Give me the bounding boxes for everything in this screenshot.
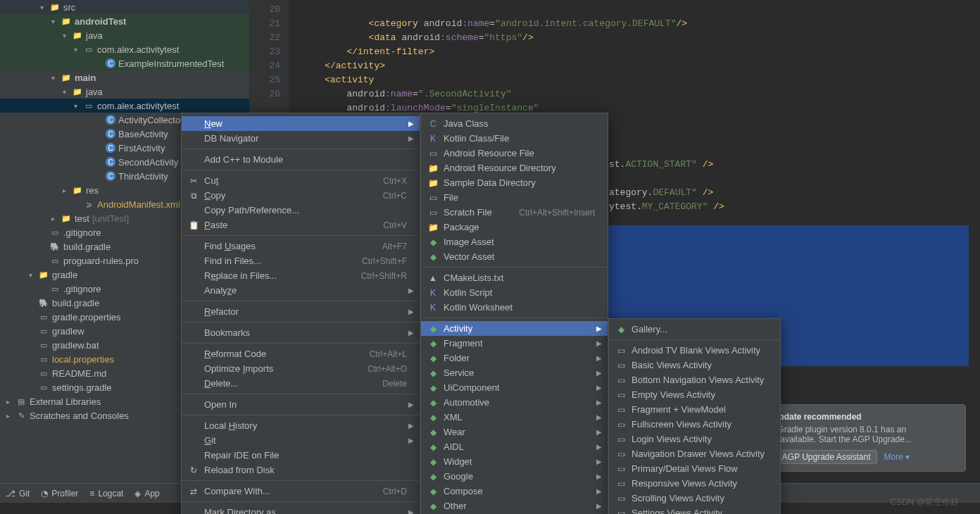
context-menu-activity[interactable]: ◆Gallery...▭Android TV Blank Views Activ… <box>608 318 781 514</box>
menu-item[interactable]: Optimize ImportsCtrl+Alt+O <box>182 361 420 376</box>
menu-item[interactable]: Git▶ <box>182 433 420 448</box>
tree-expand-arrow[interactable]: ▾ <box>25 271 35 279</box>
tree-expand-arrow[interactable]: ▾ <box>59 88 69 96</box>
tree-expand-arrow[interactable]: ▾ <box>70 46 80 54</box>
menu-item[interactable]: ▭Android Resource File <box>421 146 608 161</box>
menu-item[interactable]: Reformat CodeCtrl+Alt+L <box>182 346 420 361</box>
menu-item[interactable]: ▭Basic Views Activity <box>609 358 780 372</box>
class-icon: C <box>106 115 115 125</box>
menu-item[interactable]: ◆XML▶ <box>421 410 608 425</box>
menu-item[interactable]: ▭Login Views Activity <box>609 432 780 446</box>
tree-expand-arrow[interactable]: ▾ <box>37 4 46 11</box>
tree-row[interactable]: ▾📁androidTest <box>0 14 249 28</box>
menu-item[interactable]: ⧉CopyCtrl+C <box>182 188 420 203</box>
menu-item[interactable]: Replace in Files...Ctrl+Shift+R <box>182 268 420 283</box>
menu-item[interactable]: New▶ <box>182 116 420 131</box>
tree-expand-arrow[interactable]: ▾ <box>48 74 58 82</box>
tree-row[interactable]: ▾📁src <box>0 0 249 14</box>
bottom-app[interactable]: ◈App <box>134 489 159 499</box>
submenu-arrow-icon: ▶ <box>408 508 414 514</box>
menu-item[interactable]: Repair IDE on File <box>182 448 420 463</box>
tree-expand-arrow[interactable]: ▸ <box>48 215 58 222</box>
menu-item[interactable]: Local History▶ <box>182 418 420 433</box>
menu-item[interactable]: Copy Path/Reference... <box>182 203 420 218</box>
tree-expand-arrow[interactable]: ▾ <box>48 18 58 25</box>
menu-item-label: Copy <box>204 190 369 201</box>
tree-expand-arrow[interactable]: ▸ <box>3 412 13 420</box>
menu-item-icon: ▭ <box>615 464 627 474</box>
menu-item[interactable]: Find in Files...Ctrl+Shift+F <box>182 253 420 268</box>
menu-item[interactable]: 📁Android Resource Directory <box>421 161 608 175</box>
menu-item[interactable]: ◆Wear▶ <box>421 425 608 439</box>
menu-item[interactable]: ▭Responsive Views Activity <box>609 476 780 491</box>
context-menu-new[interactable]: CJava ClassKKotlin Class/File▭Android Re… <box>420 113 608 514</box>
tree-expand-arrow[interactable]: ▸ <box>59 187 69 194</box>
menu-item[interactable]: Add C++ to Module <box>182 152 420 167</box>
menu-item[interactable]: ▭Android TV Blank Views Activity <box>609 343 780 358</box>
tree-row[interactable]: CExampleInstrumentedTest <box>0 56 249 70</box>
bottom-git[interactable]: ⎇Git <box>6 489 30 499</box>
menu-item[interactable]: ▲CMakeLists.txt <box>421 270 608 285</box>
folder-icon: 📁 <box>72 86 83 97</box>
tree-expand-arrow[interactable]: ▾ <box>70 102 80 110</box>
tree-row[interactable]: ▾📁main <box>0 70 249 84</box>
menu-item[interactable]: Delete...Delete <box>182 376 420 391</box>
menu-item[interactable]: Open In▶ <box>182 397 420 412</box>
menu-item[interactable]: ▭Primary/Detail Views Flow <box>609 461 780 476</box>
menu-item[interactable]: ◆Activity▶ <box>421 321 608 336</box>
notification-action-button[interactable]: art AGP Upgrade Assistant <box>764 450 877 464</box>
menu-item[interactable]: ▭Empty Views Activity <box>609 387 780 402</box>
menu-item[interactable]: ◆Widget▶ <box>421 454 608 469</box>
menu-item[interactable]: ◆Fragment▶ <box>421 336 608 351</box>
menu-item[interactable]: KKotlin Class/File <box>421 131 608 146</box>
bottom-profiler[interactable]: ◔Profiler <box>41 489 78 499</box>
menu-item[interactable]: KKotlin Worksheet <box>421 300 608 315</box>
editor-code[interactable]: <category android:name="android.intent.c… <box>303 3 969 130</box>
menu-item[interactable]: ▭Bottom Navigation Views Activity <box>609 372 780 387</box>
menu-item[interactable]: ⇄Compare With...Ctrl+D <box>182 484 420 499</box>
menu-item[interactable]: ▭Fullscreen Views Activity <box>609 417 780 432</box>
menu-item[interactable]: ◆Other▶ <box>421 499 608 513</box>
menu-item[interactable]: ◆Image Asset <box>421 234 608 249</box>
menu-item[interactable]: ◆Google▶ <box>421 469 608 484</box>
menu-separator <box>182 480 420 481</box>
menu-item[interactable]: 📁Sample Data Directory <box>421 175 608 190</box>
notification-more-link[interactable]: More ▾ <box>884 452 910 462</box>
menu-item[interactable]: ▭Scratch FileCtrl+Alt+Shift+Insert <box>421 205 608 220</box>
menu-item[interactable]: Refactor▶ <box>182 304 420 319</box>
menu-item[interactable]: ▭File <box>421 190 608 205</box>
notification-panel[interactable]: ct update recommended oid Gradle plugin … <box>755 404 966 472</box>
menu-item[interactable]: ◆Folder▶ <box>421 351 608 365</box>
menu-item[interactable]: ✂CutCtrl+X <box>182 173 420 188</box>
menu-item[interactable]: ◆Compose▶ <box>421 484 608 499</box>
menu-item[interactable]: ◆Vector Asset <box>421 249 608 264</box>
tree-row[interactable]: ▾▭com.alex.activitytest <box>0 99 249 113</box>
menu-item[interactable]: ◆Automotive▶ <box>421 395 608 410</box>
menu-item[interactable]: ▭Scrolling Views Activity <box>609 491 780 506</box>
menu-item[interactable]: 📋PasteCtrl+V <box>182 218 420 232</box>
tree-expand-arrow[interactable]: ▾ <box>59 32 69 39</box>
menu-item[interactable]: CJava Class <box>421 116 608 131</box>
tree-row[interactable]: ▾📁java <box>0 84 249 99</box>
tree-expand-arrow[interactable]: ▸ <box>3 398 13 406</box>
tree-row[interactable]: ▾📁java <box>0 28 249 42</box>
tree-row[interactable]: ▾▭com.alex.activitytest <box>0 42 249 56</box>
context-menu-main[interactable]: New▶DB Navigator▶Add C++ to Module✂CutCt… <box>181 113 420 514</box>
menu-item[interactable]: Find UsagesAlt+F7 <box>182 239 420 253</box>
menu-item[interactable]: Analyze▶ <box>182 283 420 298</box>
menu-item[interactable]: ▭Settings Views Activity <box>609 506 780 514</box>
menu-item[interactable]: ◆Service▶ <box>421 365 608 380</box>
menu-item[interactable]: Mark Directory as▶ <box>182 505 420 514</box>
menu-item[interactable]: ▭Fragment + ViewModel <box>609 402 780 417</box>
menu-item[interactable]: KKotlin Script <box>421 285 608 300</box>
menu-item[interactable]: ◆AIDL▶ <box>421 439 608 454</box>
menu-item[interactable]: 📁Package <box>421 220 608 234</box>
menu-item[interactable]: DB Navigator▶ <box>182 131 420 146</box>
menu-item[interactable]: Bookmarks▶ <box>182 325 420 340</box>
menu-item[interactable]: ◆Gallery... <box>609 322 780 337</box>
bottom-logcat[interactable]: ≡Logcat <box>89 489 123 499</box>
menu-item[interactable]: ▭Navigation Drawer Views Activity <box>609 446 780 461</box>
menu-item[interactable]: ◆UiComponent▶ <box>421 380 608 395</box>
menu-item[interactable]: ↻Reload from Disk <box>182 463 420 477</box>
menu-item-label: Automotive <box>444 397 595 408</box>
